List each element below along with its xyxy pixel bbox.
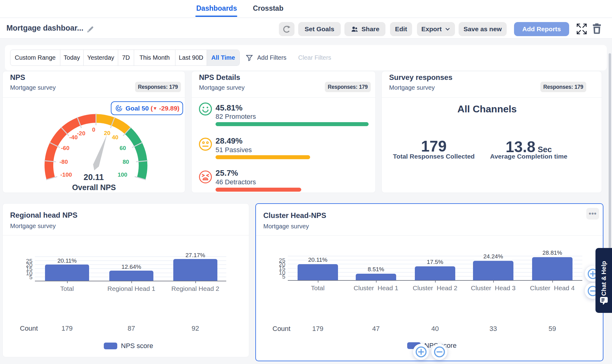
- svg-text:20: 20: [104, 130, 110, 136]
- svg-text:40: 40: [112, 134, 118, 141]
- svg-text:-60: -60: [61, 145, 69, 151]
- svg-text:80: 80: [122, 159, 129, 165]
- svg-text:-100: -100: [60, 171, 72, 178]
- svg-text:0: 0: [92, 126, 96, 133]
- svg-text:-20: -20: [77, 130, 85, 137]
- svg-text:100: 100: [118, 171, 127, 178]
- svg-text:-80: -80: [59, 159, 68, 165]
- svg-text:-40: -40: [69, 134, 77, 141]
- svg-text:20.11: 20.11: [84, 173, 104, 182]
- svg-text:Overall NPS: Overall NPS: [72, 183, 116, 192]
- svg-text:60: 60: [119, 145, 126, 151]
